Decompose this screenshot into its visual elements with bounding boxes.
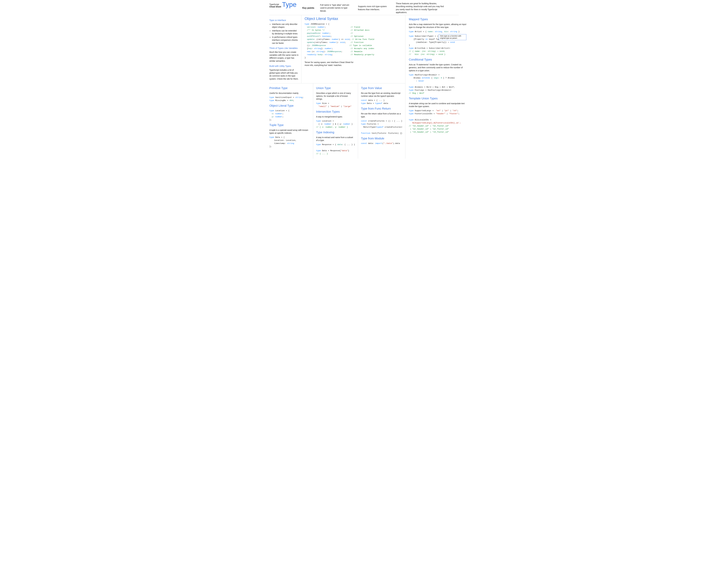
header-description: These features are great for building li…	[396, 2, 447, 14]
page-title: Type	[282, 1, 297, 8]
tmpl-code: type SupportedLangs = "en" | "pt" | "zh"…	[409, 109, 467, 133]
key-point-1: Full name is "type alias" and are used t…	[320, 3, 352, 12]
sidebar-heading-2: Think of Types Like Variables	[269, 47, 299, 50]
object-literal-syntax-panel: Object Literal Syntax type JSONResponse …	[302, 15, 405, 83]
union-title: Union Type	[316, 86, 355, 90]
sidebar-text-2: Much like how you can create variables w…	[269, 51, 299, 62]
list-item: In performance critical types interface …	[272, 36, 299, 44]
intersection-title: Intersection Types	[316, 109, 355, 114]
olt-code: type Location = { x: number; y: number; …	[269, 109, 310, 121]
sidebar-heading-1: Type vs Interface	[269, 19, 299, 22]
tfr-text: Re-use the return value from a function …	[361, 112, 402, 118]
sidebar-text-3: TypeScript includes a lot of global type…	[269, 68, 299, 80]
cond-code: type HasFourLegs<Animal> = Animal extend…	[409, 73, 467, 95]
sidebar-heading-3: Build with Utility Types	[269, 64, 299, 68]
indexing-text: A way to extract and name from a subset …	[316, 136, 355, 142]
indexing-title: Type Indexing	[316, 130, 355, 134]
list-item: Interfaces can be extended by declaring …	[272, 29, 299, 35]
ols-code: type JSONResponse = { version: number; /…	[305, 23, 405, 59]
tuple-code: type Data = [ location: Location, timest…	[269, 136, 310, 148]
tfv-text: Re-use the type from an existing JavaScr…	[361, 92, 402, 98]
mapped-callout-right: Sets type as a function with original ty…	[439, 34, 467, 40]
union-code: type Size = "small" | "medium" | "large"	[316, 102, 355, 108]
cond-text: Acts as "if statements" inside the type …	[409, 63, 467, 72]
lower-grid: Primitive Type Useful for documentation …	[269, 83, 405, 159]
union-text: Describes a type which is one of many op…	[316, 92, 355, 100]
tfm-title: Type from Module	[361, 136, 402, 140]
primitive-title: Primitive Type	[269, 86, 310, 90]
ols-terser-note: Terser for saving space, see Interface C…	[305, 61, 357, 67]
sidebar-bullets: Interfaces can only describe object shap…	[272, 23, 299, 44]
tfr-code: const createFixtures = () ⇒ { ... } type…	[361, 119, 402, 135]
intersection-code: type Location = { x: number } & { y: num…	[316, 119, 355, 129]
mapped-title: Mapped Types	[409, 17, 467, 21]
sidebar: Type vs Interface Interfaces can only de…	[269, 15, 302, 83]
cond-title: Conditional Types	[409, 57, 467, 62]
tfr-title: Type from Func Return	[361, 106, 402, 111]
ols-title: Object Literal Syntax	[305, 16, 405, 21]
tmpl-title: Template Union Types	[409, 96, 467, 100]
tfm-code: const data: import("./data").data	[361, 142, 402, 145]
header: TypeScript Cheat Sheet Type Key points F…	[269, 2, 459, 15]
mapped-code-1: type Artist = { name: string, bio: strin…	[409, 30, 467, 33]
olt-title: Object Literal Type	[269, 103, 310, 108]
intersection-text: A way to merge/extend types	[316, 115, 355, 118]
list-item: Interfaces can only describe object shap…	[272, 23, 299, 29]
tuple-text: A tuple is a special-cased array with kn…	[269, 128, 310, 134]
tmpl-text: A template string can be used to combine…	[409, 102, 467, 108]
tuple-title: Tuple Type	[269, 123, 310, 127]
primitive-text: Useful for documentation mainly	[269, 92, 310, 94]
cheat-sheet-label: TypeScript Cheat Sheet	[269, 3, 281, 8]
indexing-code: type Response = { data: { ... } } type D…	[316, 143, 355, 156]
right-column: Mapped Types Acts like a map statement f…	[405, 15, 467, 159]
primitive-code: type SanitizedInput = string; type Missi…	[269, 96, 310, 102]
mapped-text: Acts like a map statement for the type s…	[409, 23, 467, 29]
tfv-code: const data = { ... } type Data = typeof …	[361, 99, 402, 105]
key-point-2: Supports more rich type-system features …	[358, 5, 390, 11]
tfv-title: Type from Value	[361, 86, 402, 90]
key-points-label: Key points	[303, 6, 314, 10]
